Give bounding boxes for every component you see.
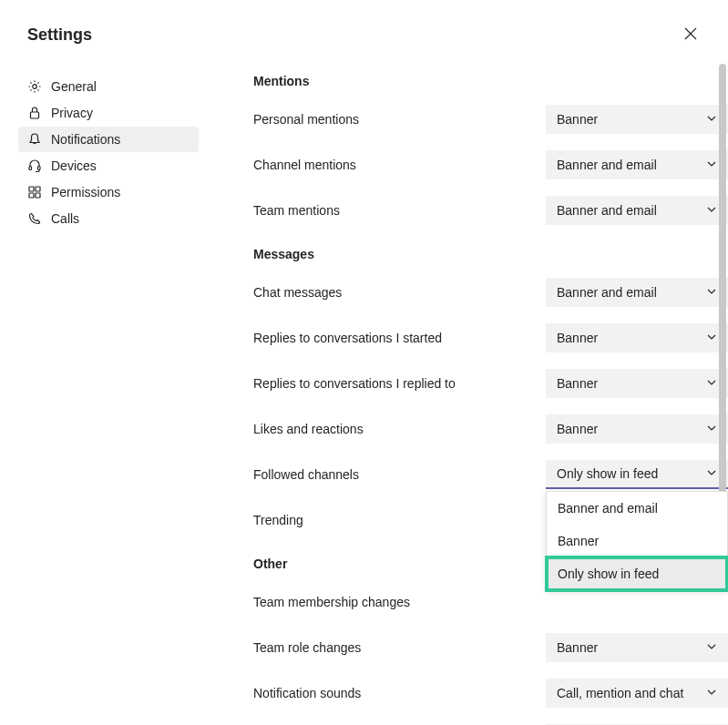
chevron-down-icon: [706, 640, 717, 655]
gear-icon: [27, 79, 42, 94]
sidebar-item-general[interactable]: General: [18, 74, 199, 99]
setting-row: Replies to conversations I replied to Ba…: [253, 369, 728, 398]
dropdown-value: Banner: [557, 376, 598, 391]
settings-header: Settings: [0, 0, 728, 70]
setting-row: Personal mentions Banner: [253, 105, 728, 134]
dropdown-followed-channels[interactable]: Only show in feed: [546, 460, 728, 489]
section-title-messages: Messages: [253, 247, 728, 261]
svg-rect-5: [38, 167, 41, 170]
chevron-down-icon: [706, 112, 717, 127]
dropdown-value: Banner and email: [557, 203, 657, 218]
svg-rect-4: [29, 167, 32, 170]
setting-row: Likes and reactions Banner: [253, 414, 728, 444]
dropdown-team-mentions[interactable]: Banner and email: [546, 196, 728, 225]
dropdown-value: Banner: [557, 331, 598, 345]
section-title-mentions: Mentions: [253, 74, 728, 88]
dropdown-value: Banner and email: [557, 285, 657, 300]
setting-label: Followed channels: [253, 467, 359, 482]
setting-row: Team membership changes: [253, 587, 728, 617]
svg-rect-8: [29, 193, 34, 198]
dropdown-menu: Banner and email Banner Only show in fee…: [546, 491, 728, 591]
dropdown-replies-started[interactable]: Banner: [546, 323, 728, 352]
chevron-down-icon: [706, 466, 717, 481]
dropdown-value: Banner: [557, 112, 598, 127]
chevron-down-icon: [706, 686, 717, 700]
dropdown-notification-sounds[interactable]: Call, mention and chat: [546, 679, 728, 708]
lock-icon: [27, 106, 42, 120]
setting-label: Channel mentions: [253, 158, 356, 172]
dropdown-team-role-changes[interactable]: Banner: [546, 633, 728, 662]
chevron-down-icon: [706, 203, 717, 218]
dropdown-value: Banner and email: [557, 158, 657, 172]
svg-rect-9: [36, 193, 40, 198]
sidebar-item-notifications[interactable]: Notifications: [18, 127, 199, 152]
setting-row: Followed channels Only show in feed Bann…: [253, 460, 728, 489]
chevron-down-icon: [706, 376, 717, 391]
setting-row: Team role changes Banner: [253, 633, 728, 662]
setting-label: Team membership changes: [253, 595, 410, 609]
dropdown-value: Banner: [557, 640, 598, 655]
setting-label: Likes and reactions: [253, 422, 364, 436]
dropdown-likes-reactions[interactable]: Banner: [546, 414, 728, 444]
sidebar-item-permissions[interactable]: Permissions: [18, 179, 199, 205]
dropdown-value: Only show in feed: [557, 466, 658, 481]
svg-rect-7: [36, 187, 40, 191]
svg-rect-3: [31, 112, 39, 118]
setting-label: Trending: [253, 513, 303, 527]
scrollbar-thumb[interactable]: [719, 64, 726, 556]
sidebar-item-calls[interactable]: Calls: [18, 206, 199, 231]
chevron-down-icon: [706, 158, 717, 172]
dropdown-option-only-feed[interactable]: Only show in feed: [547, 557, 727, 590]
dropdown-chat-messages[interactable]: Banner and email: [546, 278, 728, 307]
dropdown-option-banner[interactable]: Banner: [547, 525, 727, 557]
phone-icon: [27, 211, 42, 226]
settings-sidebar: General Privacy Notifications Devices Pe: [18, 70, 199, 725]
sidebar-item-label: General: [51, 79, 97, 94]
setting-row: Team mentions Banner and email: [253, 196, 728, 225]
setting-label: Notification sounds: [253, 686, 361, 700]
bell-icon: [27, 132, 42, 147]
sidebar-item-label: Permissions: [51, 185, 120, 199]
sidebar-item-privacy[interactable]: Privacy: [18, 100, 199, 126]
setting-label: Chat messages: [253, 285, 342, 300]
dropdown-personal-mentions[interactable]: Banner: [546, 105, 728, 134]
sidebar-item-label: Calls: [51, 211, 79, 226]
setting-row: Notification sounds Call, mention and ch…: [253, 679, 728, 708]
page-title: Settings: [27, 26, 92, 45]
setting-label: Replies to conversations I replied to: [253, 376, 456, 391]
dropdown-channel-mentions[interactable]: Banner and email: [546, 150, 728, 179]
chevron-down-icon: [706, 331, 717, 345]
svg-rect-6: [29, 187, 34, 191]
sidebar-item-label: Notifications: [51, 132, 120, 147]
setting-label: Team role changes: [253, 640, 361, 655]
svg-point-2: [33, 85, 37, 89]
setting-row: Replies to conversations I started Banne…: [253, 323, 728, 352]
setting-label: Team mentions: [253, 203, 340, 218]
dropdown-value: Banner: [557, 422, 598, 436]
setting-label: Personal mentions: [253, 112, 359, 127]
setting-row: Chat messages Banner and email: [253, 278, 728, 307]
chevron-down-icon: [706, 422, 717, 436]
dropdown-replies-replied[interactable]: Banner: [546, 369, 728, 398]
sidebar-item-label: Devices: [51, 158, 97, 173]
close-icon: [684, 26, 697, 44]
headset-icon: [27, 158, 42, 173]
dropdown-value: Call, mention and chat: [557, 686, 683, 700]
settings-main: Mentions Personal mentions Banner Channe…: [199, 70, 728, 725]
sidebar-item-devices[interactable]: Devices: [18, 153, 199, 179]
chevron-down-icon: [706, 285, 717, 300]
setting-label: Replies to conversations I started: [253, 331, 442, 345]
sidebar-item-label: Privacy: [51, 106, 93, 120]
setting-row: Channel mentions Banner and email: [253, 150, 728, 179]
dropdown-option-banner-email[interactable]: Banner and email: [547, 492, 727, 525]
close-button[interactable]: [681, 22, 701, 48]
app-icon: [27, 185, 42, 199]
